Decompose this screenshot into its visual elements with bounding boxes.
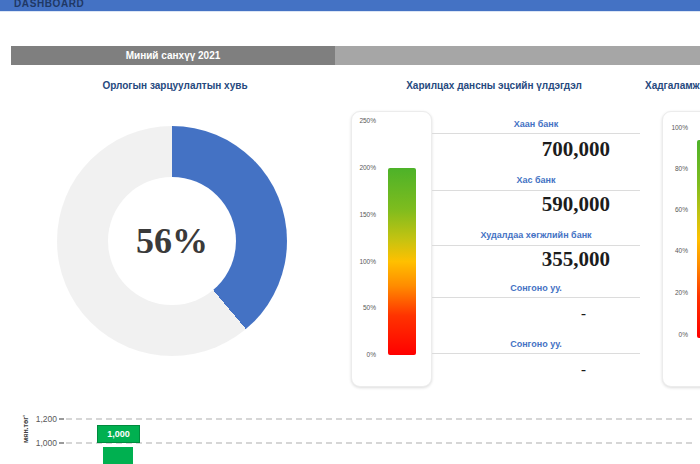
donut-chart-title: Орлогын зарцуулалтын хувь xyxy=(40,80,310,91)
account-name-dropdown[interactable]: Сонгоно уу. xyxy=(432,283,640,293)
tab-my-finance-2021[interactable]: Миний санхүү 2021 xyxy=(11,46,335,65)
account-balance: - xyxy=(432,361,586,378)
accounts-gauge-tick: 0% xyxy=(352,351,376,358)
y-tick-mark xyxy=(59,442,64,444)
tab-bar: Миний санхүү 2021 xyxy=(11,46,700,65)
accounts-gauge-tick: 200% xyxy=(352,164,376,171)
bar-data-label: 1,000 xyxy=(97,425,140,443)
accounts-gauge-tick: 250% xyxy=(352,117,376,124)
donut-center-value: 56% xyxy=(136,220,208,262)
accounts-section-title: Харилцах дансны эцсийн үлдэгдэл xyxy=(360,80,628,91)
savings-gauge-tick: 60% xyxy=(664,206,688,213)
row-separator xyxy=(432,353,640,354)
account-name-dropdown[interactable]: Хаан банк xyxy=(432,119,640,129)
account-balance: 590,000 xyxy=(432,192,610,217)
account-balance: - xyxy=(432,305,586,322)
accounts-gauge-tick: 50% xyxy=(352,304,376,311)
app-header-bar: DASHBOARD xyxy=(0,0,700,12)
gridline xyxy=(66,418,692,420)
y-tick-mark xyxy=(59,418,64,420)
account-name-dropdown[interactable]: Худалдаа хөгжлийн банк xyxy=(432,230,640,240)
bar-series-column xyxy=(103,447,133,464)
savings-gauge-tick: 40% xyxy=(664,247,688,254)
bar-chart-y-tick: 1,200 xyxy=(27,414,57,424)
row-separator xyxy=(432,133,640,134)
accounts-gauge-bar xyxy=(388,168,416,355)
savings-gauge-tick: 100% xyxy=(664,124,688,131)
account-balance: 355,000 xyxy=(432,247,610,272)
account-balance: 700,000 xyxy=(432,137,610,162)
savings-section-title: Хадгаламж xyxy=(645,80,700,91)
savings-gauge-tick: 20% xyxy=(664,289,688,296)
savings-gauge-tick: 0% xyxy=(664,331,688,338)
donut-chart: 56% xyxy=(57,126,287,356)
bar-chart-y-tick: 1,000 xyxy=(27,438,57,448)
donut-hole: 56% xyxy=(108,177,236,305)
gridline xyxy=(66,442,692,444)
row-separator xyxy=(432,297,640,298)
bar-chart-y-axis-title: мян.төг' xyxy=(22,401,32,457)
accounts-gauge-tick: 150% xyxy=(352,211,376,218)
app-title: DASHBOARD xyxy=(0,0,700,12)
row-separator xyxy=(432,190,640,191)
account-name-dropdown[interactable]: Хас банк xyxy=(432,175,640,185)
accounts-gauge-tick: 100% xyxy=(352,258,376,265)
row-separator xyxy=(432,245,640,246)
savings-gauge-tick: 80% xyxy=(664,165,688,172)
account-name-dropdown[interactable]: Сонгоно уу. xyxy=(432,339,640,349)
